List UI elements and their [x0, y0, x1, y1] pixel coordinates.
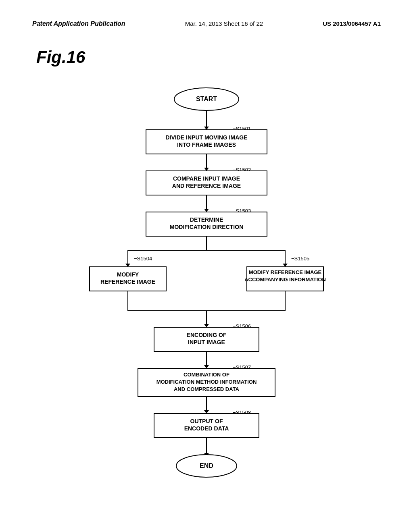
svg-text:AND COMPRESSED DATA: AND COMPRESSED DATA — [174, 386, 240, 392]
svg-marker-10 — [204, 168, 209, 171]
svg-text:INTO FRAME IMAGES: INTO FRAME IMAGES — [177, 141, 236, 148]
svg-text:−S1505: −S1505 — [291, 256, 309, 262]
svg-marker-27 — [283, 264, 288, 267]
svg-text:ENCODED DATA: ENCODED DATA — [184, 425, 229, 432]
svg-text:DETERMINE: DETERMINE — [190, 216, 223, 223]
svg-text:MODIFICATION DIRECTION: MODIFICATION DIRECTION — [170, 224, 244, 230]
svg-marker-4 — [204, 127, 209, 130]
svg-marker-52 — [204, 410, 209, 414]
svg-text:START: START — [196, 96, 217, 102]
svg-text:ENCODING OF: ENCODING OF — [187, 332, 227, 338]
svg-text:ACCOMPANYING INFORMATION: ACCOMPANYING INFORMATION — [244, 276, 326, 283]
svg-marker-45 — [204, 365, 209, 368]
svg-marker-39 — [204, 324, 209, 327]
svg-text:REFERENCE IMAGE: REFERENCE IMAGE — [100, 278, 155, 285]
svg-text:COMBINATION OF: COMBINATION OF — [184, 372, 229, 378]
header: Patent Application Publication Mar. 14, … — [0, 0, 413, 35]
svg-text:MODIFY: MODIFY — [117, 271, 139, 278]
sheet-info: Mar. 14, 2013 Sheet 16 of 22 — [185, 20, 263, 27]
publication-label: Patent Application Publication — [32, 20, 125, 27]
svg-text:AND REFERENCE IMAGE: AND REFERENCE IMAGE — [172, 183, 241, 189]
page: Patent Application Publication Mar. 14, … — [0, 0, 413, 532]
svg-text:INPUT IMAGE: INPUT IMAGE — [188, 339, 225, 345]
svg-text:MODIFICATION METHOD INFORMATIO: MODIFICATION METHOD INFORMATION — [156, 379, 257, 385]
svg-text:MODIFY REFERENCE IMAGE: MODIFY REFERENCE IMAGE — [249, 269, 322, 275]
flowchart: START −S1501 DIVIDE INPUT MOVING IMAGE I… — [0, 75, 413, 514]
svg-text:−S1504: −S1504 — [134, 256, 152, 262]
svg-marker-16 — [204, 209, 209, 212]
figure-title: Fig.16 — [0, 35, 413, 75]
svg-text:DIVIDE INPUT MOVING IMAGE: DIVIDE INPUT MOVING IMAGE — [165, 134, 247, 141]
svg-marker-24 — [125, 264, 130, 267]
svg-text:END: END — [200, 462, 213, 469]
flowchart-svg: START −S1501 DIVIDE INPUT MOVING IMAGE I… — [65, 83, 348, 506]
svg-text:COMPARE INPUT IMAGE: COMPARE INPUT IMAGE — [173, 175, 240, 182]
svg-text:OUTPUT OF: OUTPUT OF — [190, 418, 223, 424]
patent-number: US 2013/0064457 A1 — [323, 20, 381, 27]
